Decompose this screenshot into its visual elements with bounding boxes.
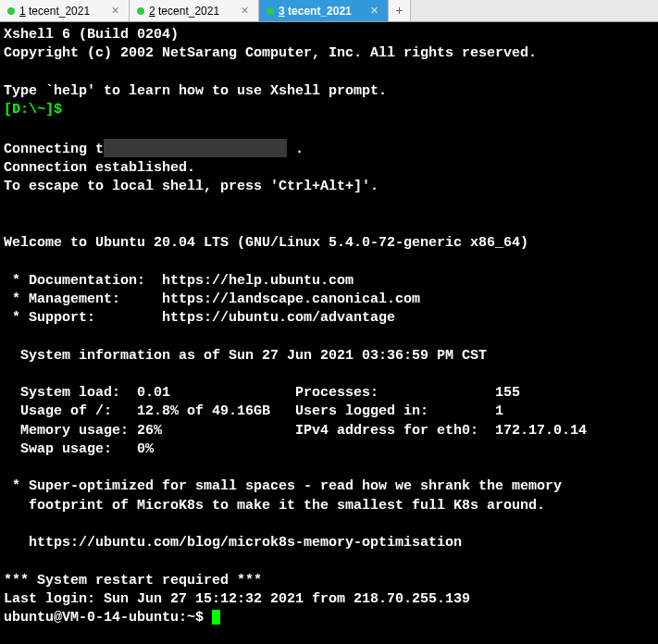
- mgmt-link-line: * Management: https://landscape.canonica…: [4, 291, 420, 307]
- status-dot-icon: [137, 7, 144, 15]
- last-login: Last login: Sun Jun 27 15:12:32 2021 fro…: [4, 591, 470, 607]
- new-tab-button[interactable]: +: [389, 0, 411, 21]
- restart-required: *** System restart required ***: [4, 573, 262, 588]
- local-prompt: [D:\~]$: [4, 102, 62, 118]
- stats-row: Usage of /: 12.8% of 49.16GB Users logge…: [4, 403, 503, 419]
- promo-url: https://ubuntu.com/blog/microk8s-memory-…: [4, 535, 462, 551]
- doc-link-line: * Documentation: https://help.ubuntu.com: [4, 273, 354, 289]
- stats-row: System load: 0.01 Processes: 155: [4, 385, 520, 401]
- tab-bar: 1 tecent_2021 ✕ 2 tecent_2021 ✕ 3 tecent…: [0, 0, 658, 22]
- tab-label: 2 tecent_2021: [149, 5, 219, 18]
- close-icon[interactable]: ✕: [239, 5, 251, 17]
- sysinfo-header: System information as of Sun 27 Jun 2021…: [4, 348, 487, 364]
- welcome-line: Welcome to Ubuntu 20.04 LTS (GNU/Linux 5…: [4, 235, 528, 251]
- stats-row: Swap usage: 0%: [4, 441, 154, 457]
- cursor-icon: [212, 610, 220, 625]
- status-dot-icon: [7, 7, 15, 15]
- support-link-line: * Support: https://ubuntu.com/advantage: [4, 310, 395, 326]
- terminal-output[interactable]: Xshell 6 (Build 0204) Copyright (c) 2002…: [0, 22, 658, 644]
- escape-line: To escape to local shell, press 'Ctrl+Al…: [4, 179, 379, 194]
- connecting-line: Connecting txxxxxxxxxxxxxxxxxxxxxx .: [4, 142, 304, 157]
- promo-line: * Super-optimized for small spaces - rea…: [4, 478, 562, 494]
- tab-1[interactable]: 1 tecent_2021 ✕: [0, 0, 130, 21]
- close-icon[interactable]: ✕: [368, 5, 380, 17]
- stats-row: Memory usage: 26% IPv4 address for eth0:…: [4, 423, 587, 439]
- tab-2[interactable]: 2 tecent_2021 ✕: [130, 0, 259, 21]
- redacted-host: xxxxxxxxxxxxxxxxxxxxxx: [104, 139, 287, 157]
- tab-label: 1 tecent_2021: [19, 5, 90, 18]
- tab-3[interactable]: 3 tecent_2021 ✕: [259, 0, 389, 21]
- copyright-line: Copyright (c) 2002 NetSarang Computer, I…: [4, 45, 537, 61]
- promo-line: footprint of MicroK8s to make it the sma…: [4, 498, 545, 514]
- connection-established: Connection established.: [4, 160, 195, 176]
- help-line: Type `help' to learn how to use Xshell p…: [4, 83, 387, 99]
- tab-label: 3 tecent_2021: [279, 5, 352, 18]
- status-dot-icon: [267, 7, 274, 15]
- app-title: Xshell 6 (Build 0204): [4, 27, 179, 43]
- shell-prompt: ubuntu@VM-0-14-ubuntu:~$: [4, 610, 212, 625]
- close-icon[interactable]: ✕: [109, 5, 121, 17]
